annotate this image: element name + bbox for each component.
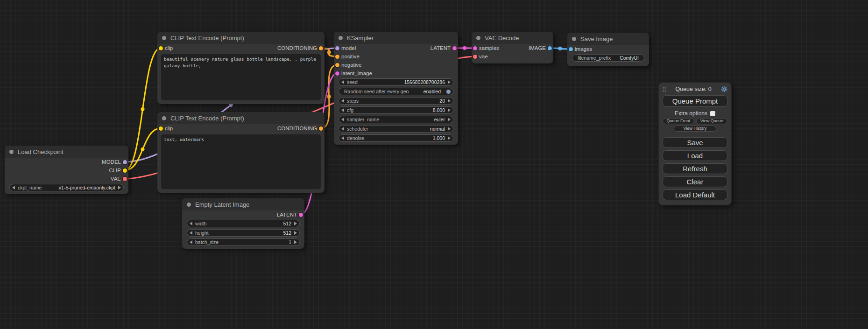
widget-batch-size[interactable]: batch_size 1	[187, 238, 300, 246]
arrow-left-icon[interactable]	[341, 99, 344, 103]
collapse-dot[interactable]	[476, 36, 480, 40]
latent-output-port[interactable]	[452, 46, 457, 50]
node-graph-canvas[interactable]: Load Checkpoint MODEL CLIP VAE ckpt_name…	[0, 0, 868, 329]
clip-input-port[interactable]	[159, 126, 163, 131]
slot-row: latent_image	[334, 69, 458, 77]
widget-name: filename_prefix	[578, 55, 611, 61]
collapse-dot[interactable]	[572, 37, 576, 41]
widget-steps[interactable]: steps 20	[339, 97, 453, 105]
node-title: VAE Decode	[485, 35, 519, 42]
collapse-dot[interactable]	[162, 116, 166, 120]
queue-prompt-button[interactable]: Queue Prompt	[663, 95, 727, 107]
arrow-right-icon[interactable]	[448, 108, 451, 112]
view-history-button[interactable]: View History	[674, 126, 717, 132]
arrow-left-icon[interactable]	[341, 127, 344, 131]
drag-handle-icon[interactable]: ⣿	[663, 86, 666, 92]
slot-row: images	[567, 45, 649, 53]
arrow-right-icon[interactable]	[118, 186, 121, 189]
refresh-button[interactable]: Refresh	[663, 163, 727, 174]
arrow-left-icon[interactable]	[341, 80, 344, 84]
widget-cfg[interactable]: cfg 8.000	[339, 106, 453, 114]
arrow-right-icon[interactable]	[294, 231, 297, 235]
latent-output-port[interactable]	[299, 213, 303, 217]
conditioning-output-port[interactable]	[319, 126, 323, 131]
node-save-image[interactable]: Save Image images filename_prefix ComfyU…	[567, 33, 649, 66]
widget-width[interactable]: width 512	[187, 220, 300, 227]
node-clip-text-encode-positive[interactable]: CLIP Text Encode (Prompt) clip CONDITION…	[157, 32, 325, 104]
widget-height[interactable]: height 512	[187, 229, 300, 237]
widget-name: seed	[347, 79, 358, 85]
images-input-port[interactable]	[569, 47, 573, 51]
widget-denoise[interactable]: denoise 1.000	[339, 134, 453, 142]
load-button[interactable]: Load	[663, 150, 727, 161]
load-default-button[interactable]: Load Default	[663, 189, 727, 200]
node-empty-latent-image[interactable]: Empty Latent Image LATENT width 512 heig…	[182, 198, 304, 249]
widget-filename-prefix[interactable]: filename_prefix ComfyUI	[572, 54, 644, 62]
widget-random-seed-toggle[interactable]: Random seed after every gen enabled	[339, 88, 453, 95]
arrow-right-icon[interactable]	[448, 99, 451, 103]
prompt-textarea[interactable]: text, watermark	[161, 134, 321, 189]
conditioning-output-port[interactable]	[319, 46, 323, 50]
node-load-checkpoint[interactable]: Load Checkpoint MODEL CLIP VAE ckpt_name…	[5, 146, 128, 194]
samples-input-port[interactable]	[473, 46, 477, 50]
input-slot-label: samples	[479, 45, 499, 51]
wire-midpoint-dot	[327, 95, 331, 98]
prompt-textarea[interactable]: beautiful scenery nature glass bottle la…	[161, 54, 321, 100]
widget-value: enabled	[423, 89, 441, 94]
clip-input-port[interactable]	[159, 46, 163, 50]
arrow-left-icon[interactable]	[190, 240, 192, 244]
input-slot-label: model	[341, 45, 356, 51]
slot-row: clip CONDITIONING	[157, 44, 325, 52]
arrow-right-icon[interactable]	[448, 127, 451, 131]
settings-gear-icon[interactable]	[720, 86, 727, 93]
save-button[interactable]: Save	[663, 137, 727, 148]
wire-midpoint-dot	[141, 147, 145, 151]
vae-output-port[interactable]	[123, 177, 127, 181]
collapse-dot[interactable]	[339, 36, 343, 40]
collapse-dot[interactable]	[9, 150, 14, 154]
queue-front-button[interactable]: Queue Front	[663, 118, 694, 124]
toggle-indicator-icon[interactable]	[446, 90, 451, 94]
latent-image-input-port[interactable]	[335, 71, 339, 76]
node-clip-text-encode-negative[interactable]: CLIP Text Encode (Prompt) clip CONDITION…	[157, 112, 325, 193]
arrow-right-icon[interactable]	[448, 118, 451, 121]
widget-value: ComfyUI	[620, 55, 639, 61]
negative-input-port[interactable]	[335, 63, 339, 67]
arrow-right-icon[interactable]	[448, 136, 451, 140]
model-input-port[interactable]	[335, 46, 339, 50]
clip-output-port[interactable]	[123, 168, 127, 173]
view-queue-button[interactable]: View Queue	[696, 118, 728, 124]
widget-ckpt-name[interactable]: ckpt_name v1-5-pruned-emaonly.ckpt	[9, 184, 124, 191]
node-ksampler[interactable]: KSampler model LATENT positive negative …	[334, 32, 458, 145]
node-title-bar: KSampler	[334, 32, 458, 44]
node-vae-decode[interactable]: VAE Decode samples IMAGE vae	[472, 32, 553, 63]
collapse-dot[interactable]	[162, 36, 166, 40]
arrow-right-icon[interactable]	[294, 222, 297, 225]
image-output-port[interactable]	[548, 46, 552, 50]
widget-seed[interactable]: seed 156680208700286	[339, 78, 453, 86]
input-slot-label: negative	[341, 62, 361, 68]
vae-input-port[interactable]	[473, 55, 477, 59]
clear-button[interactable]: Clear	[663, 176, 727, 187]
model-output-port[interactable]	[123, 160, 127, 164]
arrow-right-icon[interactable]	[294, 240, 297, 244]
widget-value: 156680208700286	[404, 79, 445, 85]
widget-value: 20	[439, 98, 445, 104]
menu-header: ⣿ Queue size: 0	[663, 85, 727, 93]
queue-size-label: Queue size: 0	[666, 86, 720, 92]
arrow-left-icon[interactable]	[341, 136, 344, 140]
extra-options-checkbox[interactable]	[710, 111, 715, 116]
widget-value: 512	[283, 221, 291, 226]
collapse-dot[interactable]	[187, 203, 191, 207]
arrow-right-icon[interactable]	[448, 80, 451, 84]
positive-input-port[interactable]	[335, 55, 339, 59]
arrow-left-icon[interactable]	[341, 118, 344, 121]
arrow-left-icon[interactable]	[12, 186, 15, 189]
widget-scheduler[interactable]: scheduler normal	[339, 125, 453, 133]
wire-midpoint-dot	[141, 107, 145, 111]
arrow-left-icon[interactable]	[341, 108, 344, 112]
arrow-left-icon[interactable]	[190, 222, 192, 225]
widget-sampler-name[interactable]: sampler_name euler	[339, 116, 453, 123]
arrow-left-icon[interactable]	[190, 231, 192, 235]
node-title-bar: Load Checkpoint	[5, 146, 128, 158]
